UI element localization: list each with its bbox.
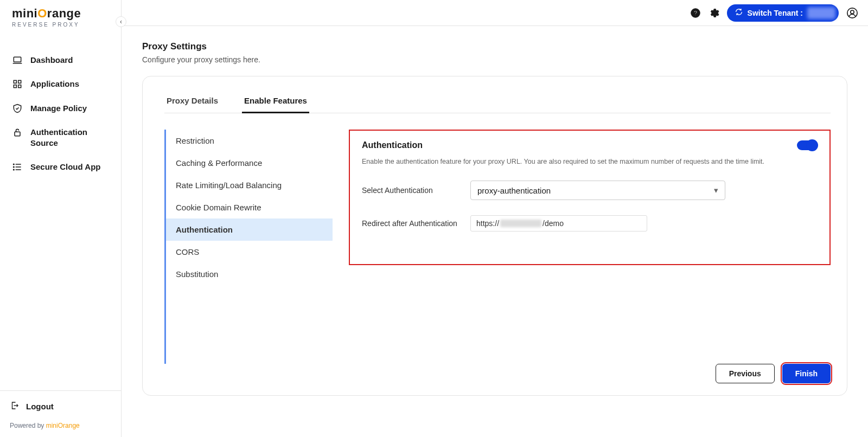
select-auth-value: proxy-authentication — [477, 186, 551, 195]
svg-rect-5 — [15, 132, 20, 136]
previous-button[interactable]: Previous — [716, 364, 775, 383]
refresh-icon — [735, 8, 743, 18]
feature-item-substitution[interactable]: Substitution — [166, 263, 333, 285]
list-icon — [12, 162, 23, 172]
sidebar-collapse-button[interactable]: ‹ — [116, 16, 126, 27]
help-icon[interactable]: ? — [690, 8, 701, 18]
feature-item-cookie-rewrite[interactable]: Cookie Domain Rewrite — [166, 196, 333, 218]
switch-tenant-label: Switch Tenant : — [748, 9, 803, 17]
svg-rect-4 — [18, 85, 21, 88]
logout-icon — [10, 401, 20, 412]
svg-point-11 — [847, 8, 857, 17]
select-authentication-dropdown[interactable]: proxy-authentication ▾ — [470, 181, 725, 200]
settings-card: Proxy Details Enable Features Restrictio… — [142, 76, 847, 396]
feature-item-restriction[interactable]: Restriction — [166, 130, 333, 152]
redirect-pre: https:// — [476, 219, 499, 228]
lock-icon — [12, 127, 23, 138]
sidebar-item-secure-cloud[interactable]: Secure Cloud App — [0, 155, 121, 179]
authentication-panel: Authentication Enable the authentication… — [349, 130, 831, 265]
redirect-input[interactable]: https:///demo — [470, 215, 647, 232]
sidebar: ‹ miniOrange REVERSE PROXY Dashboard App… — [0, 0, 122, 437]
feature-item-rate-limiting[interactable]: Rate Limiting/Load Balancing — [166, 174, 333, 196]
svg-rect-3 — [14, 85, 16, 88]
brand-logo: miniOrange REVERSE PROXY — [0, 0, 121, 32]
content: Proxy Settings Configure your proxy sett… — [122, 26, 868, 437]
switch-tenant-button[interactable]: Switch Tenant : — [727, 4, 839, 22]
svg-point-12 — [851, 10, 854, 13]
page-subtitle: Configure your proxy settings here. — [142, 55, 847, 64]
svg-rect-2 — [18, 81, 21, 83]
panel-description: Enable the authentication feature for yo… — [362, 158, 818, 165]
svg-rect-0 — [14, 57, 21, 62]
powered-by: Powered by miniOrange — [10, 422, 111, 429]
tab-enable-features[interactable]: Enable Features — [242, 96, 309, 113]
brand-pre: mini — [12, 7, 37, 20]
sidebar-item-manage-policy[interactable]: Manage Policy — [0, 97, 121, 120]
brand-post: range — [47, 7, 81, 20]
account-icon[interactable] — [846, 7, 858, 19]
select-auth-label: Select Authentication — [362, 186, 470, 195]
sidebar-item-label: Secure Cloud App — [30, 162, 100, 172]
feature-nav: Restriction Caching & Performance Rate L… — [164, 130, 333, 364]
sidebar-item-dashboard[interactable]: Dashboard — [0, 48, 121, 72]
card-footer: Previous Finish — [164, 364, 831, 383]
authentication-toggle[interactable] — [797, 140, 818, 150]
page-title: Proxy Settings — [142, 41, 847, 52]
logout-button[interactable]: Logout — [10, 401, 111, 412]
sidebar-item-label: Dashboard — [30, 55, 73, 66]
svg-point-8 — [14, 169, 15, 170]
tabs: Proxy Details Enable Features — [164, 96, 831, 113]
brand-o: O — [37, 7, 47, 20]
sidebar-item-label: Applications — [30, 79, 79, 89]
sidebar-item-label: Manage Policy — [30, 103, 87, 114]
apps-icon — [12, 79, 23, 89]
redirect-post: /demo — [542, 219, 564, 228]
feature-item-caching[interactable]: Caching & Performance — [166, 152, 333, 174]
chevron-down-icon: ▾ — [714, 185, 718, 195]
svg-point-7 — [14, 166, 15, 168]
logout-label: Logout — [26, 402, 54, 411]
sidebar-nav: Dashboard Applications Manage Policy Aut… — [0, 32, 121, 390]
sidebar-item-label: Authentication Source — [30, 127, 109, 149]
svg-point-6 — [14, 164, 15, 165]
tenant-name-blurred — [807, 7, 835, 19]
shield-check-icon — [12, 103, 23, 114]
tab-proxy-details[interactable]: Proxy Details — [164, 96, 220, 113]
brand-tagline: REVERSE PROXY — [12, 22, 109, 28]
powered-link[interactable]: miniOrange — [46, 422, 80, 429]
sidebar-footer: Logout Powered by miniOrange — [0, 390, 121, 437]
svg-text:?: ? — [693, 9, 697, 16]
sidebar-item-applications[interactable]: Applications — [0, 72, 121, 96]
sidebar-item-auth-source[interactable]: Authentication Source — [0, 120, 121, 156]
laptop-icon — [12, 55, 23, 66]
feature-item-authentication[interactable]: Authentication — [166, 218, 333, 241]
redirect-label: Redirect after Authentication — [362, 219, 470, 228]
finish-button[interactable]: Finish — [782, 364, 831, 383]
feature-item-cors[interactable]: CORS — [166, 241, 333, 263]
topbar: ? Switch Tenant : — [122, 0, 868, 26]
svg-rect-1 — [14, 81, 16, 83]
panel-title: Authentication — [362, 140, 423, 150]
redirect-host-blurred — [500, 220, 541, 227]
settings-icon[interactable] — [709, 8, 719, 18]
